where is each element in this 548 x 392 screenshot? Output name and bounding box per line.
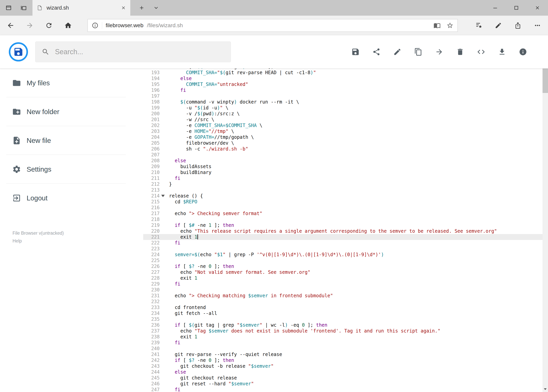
code-line[interactable]: 198 $(command -v winpty) docker run --rm… [143, 99, 542, 105]
code-line[interactable]: 236 if [ $(git tag | grep "$semver" | wc… [143, 322, 542, 328]
code-line[interactable]: 233 cd frontend [143, 305, 542, 310]
code-line[interactable]: 212} [143, 181, 542, 187]
code-line[interactable]: 201 -w //src \ [143, 117, 542, 123]
web-note-pen-icon[interactable] [491, 18, 505, 33]
share-button[interactable] [372, 48, 381, 56]
code-line[interactable]: 194 else [143, 76, 542, 81]
code-line[interactable]: 207 [143, 152, 542, 158]
url-field[interactable]: filebrowser.web/files/wizard.sh [87, 19, 458, 32]
browser-tab[interactable]: wizard.sh [33, 0, 130, 16]
code-line[interactable]: 239 fi [143, 340, 542, 346]
code-line[interactable]: 205 filebrowser/dev \ [143, 140, 542, 146]
tab-preview-icon[interactable] [4, 2, 13, 13]
code-line[interactable]: 225 [143, 258, 542, 263]
code-line[interactable]: 234 git fetch --all [143, 310, 542, 316]
code-line[interactable]: 211 fi [143, 175, 542, 181]
code-editor[interactable]: 192 if [ "$(command -v git)" != "" ]; th… [143, 69, 542, 392]
code-line[interactable]: 221 exit 1 [143, 234, 542, 240]
code-line[interactable]: 195 COMMIT_SHA="untracked" [143, 81, 542, 87]
site-info-icon[interactable] [92, 22, 98, 29]
code-line[interactable]: 238 exit 1 [143, 334, 542, 340]
scroll-down-arrow[interactable] [542, 386, 548, 392]
code-line[interactable]: 206 sh -c "./wizard.sh -b" [143, 146, 542, 152]
code-line[interactable]: 222 fi [143, 240, 542, 246]
sidebar-item-new-file[interactable]: New file [0, 126, 143, 155]
code-line[interactable]: 228 exit 1 [143, 275, 542, 281]
code-line[interactable]: 213 [143, 187, 542, 193]
delete-button[interactable] [456, 48, 465, 56]
refresh-button[interactable] [42, 18, 56, 33]
search-input[interactable] [55, 48, 224, 56]
code-line[interactable]: 246 git reset --hard "$semver" [143, 381, 542, 387]
new-tab-button[interactable] [135, 0, 149, 16]
search-box[interactable] [35, 42, 231, 62]
filebrowser-logo[interactable] [9, 42, 28, 62]
code-view-button[interactable] [477, 48, 486, 56]
code-line[interactable]: 219 if [ $# -ne 1 ]; then [143, 222, 542, 228]
sidebar-item-my-files[interactable]: My files [0, 69, 143, 97]
code-line[interactable]: 223 [143, 246, 542, 252]
code-line[interactable]: 235 [143, 316, 542, 322]
code-line[interactable]: 247 fi [143, 387, 542, 392]
sidebar-item-settings[interactable]: Settings [0, 155, 143, 184]
code-line[interactable]: 226 if [ $? -ne 0 ]; then [143, 263, 542, 269]
share-page-icon[interactable] [511, 18, 525, 33]
hub-favorites-icon[interactable] [472, 18, 486, 33]
more-menu-icon[interactable] [530, 18, 544, 33]
code-line[interactable]: 214release () { [143, 193, 542, 199]
code-line[interactable]: 230 [143, 287, 542, 293]
reading-view-icon[interactable] [434, 22, 441, 29]
copy-button[interactable] [414, 48, 423, 56]
tabs-aside-icon[interactable] [19, 2, 28, 13]
move-button[interactable] [435, 48, 444, 56]
code-line[interactable]: 196 fi [143, 87, 542, 93]
code-line[interactable]: 199 -u "$(id -u)" \ [143, 105, 542, 111]
sidebar-item-new-folder[interactable]: New folder [0, 97, 143, 126]
sidebar-item-logout[interactable]: Logout [0, 184, 143, 212]
code-line[interactable]: 203 -e HOME="//tmp" \ [143, 128, 542, 134]
code-line[interactable]: 231 echo "> Checking matching $semver in… [143, 293, 542, 299]
line-number: 218 [143, 217, 160, 222]
close-tab-icon[interactable] [121, 5, 126, 10]
maximize-button[interactable] [506, 0, 527, 16]
code-line[interactable]: 202 -e COMMIT_SHA=$COMMIT_SHA \ [143, 123, 542, 128]
code-line[interactable]: 216 [143, 205, 542, 210]
code-line[interactable]: 227 echo "Not valid semver format. See s… [143, 269, 542, 275]
code-line[interactable]: 220 echo "This release script requires a… [143, 228, 542, 234]
code-line[interactable]: 204 -e GOPATH=//tmp/gopath \ [143, 134, 542, 140]
code-line[interactable]: 210 buildBinary [143, 169, 542, 175]
code-line[interactable]: 197 [143, 93, 542, 99]
forward-button[interactable] [23, 18, 37, 33]
minimize-button[interactable] [485, 0, 506, 16]
code-line[interactable]: 229 fi [143, 281, 542, 287]
code-line[interactable]: 209 buildAssets [143, 164, 542, 169]
code-line[interactable]: 200 -v /$(pwd):/src:z \ [143, 111, 542, 117]
code-line[interactable]: 193 COMMIT_SHA="$(git rev-parse HEAD | c… [143, 70, 542, 76]
info-button[interactable] [519, 48, 527, 56]
code-line[interactable]: 242 if [ $? -ne 0 ]; then [143, 357, 542, 363]
home-button[interactable] [61, 18, 75, 33]
edit-button[interactable] [393, 48, 402, 56]
code-line[interactable]: 217 echo "> Checking semver format" [143, 210, 542, 217]
code-line[interactable]: 240 [143, 346, 542, 351]
code-line[interactable]: 218 [143, 217, 542, 222]
close-button[interactable] [527, 0, 548, 16]
fold-arrow-icon[interactable] [161, 195, 165, 197]
code-line[interactable]: 208 else [143, 158, 542, 164]
code-line[interactable]: 237 echo "Tag $semver does not exist in … [143, 328, 542, 334]
back-button[interactable] [4, 18, 18, 33]
code-line[interactable]: 245 git checkout release [143, 375, 542, 381]
help-link[interactable]: Help [13, 238, 64, 244]
favorite-star-icon[interactable] [446, 22, 453, 29]
code-line[interactable]: 232 [143, 299, 542, 305]
tab-dropdown-icon[interactable] [149, 0, 163, 16]
page-scrollbar[interactable] [542, 35, 548, 392]
save-button[interactable] [351, 48, 360, 56]
code-line[interactable]: 243 git checkout -b release "$semver" [143, 363, 542, 369]
download-button[interactable] [498, 48, 506, 56]
code-line[interactable]: 224 semver=$(echo "$1" | grep -P '^v(0|[… [143, 252, 542, 258]
code-text: git fetch --all [160, 310, 217, 316]
code-line[interactable]: 244 else [143, 369, 542, 375]
code-line[interactable]: 241 git rev-parse --verify --quiet relea… [143, 351, 542, 357]
code-line[interactable]: 215 cd $REPO [143, 199, 542, 205]
